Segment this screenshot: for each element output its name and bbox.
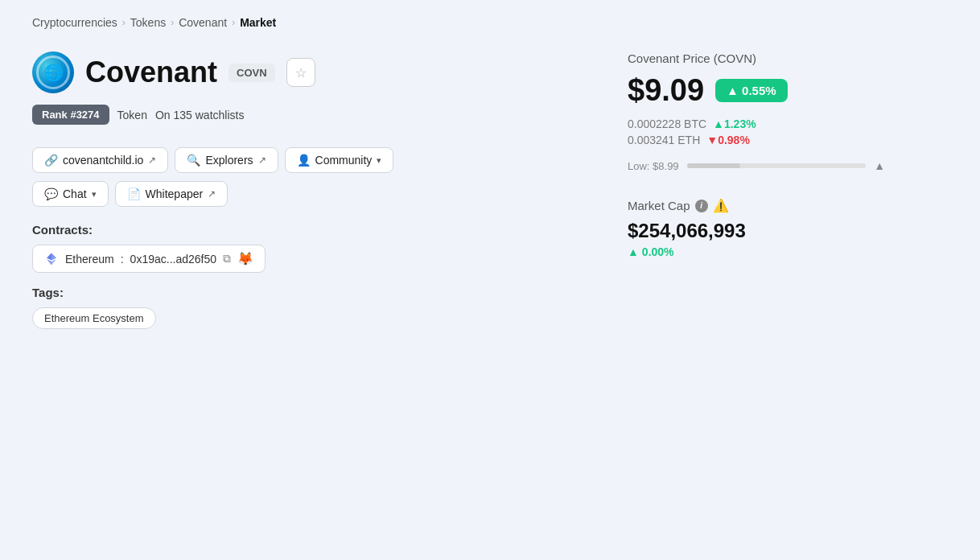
type-badge: Token xyxy=(117,109,147,121)
contract-network: Ethereum xyxy=(65,253,114,266)
breadcrumb-covenant[interactable]: Covenant xyxy=(179,16,227,29)
chat-label: Chat xyxy=(63,187,87,200)
price-label: Covenant Price (COVN) xyxy=(628,51,885,65)
breadcrumb-sep-1: › xyxy=(122,17,126,28)
coin-logo: 🌐 xyxy=(32,51,74,93)
copy-address-button[interactable]: ⧉ xyxy=(223,252,231,266)
breadcrumb-current: Market xyxy=(240,16,276,29)
website-label: covenantchild.io xyxy=(63,154,143,167)
search-icon: 🔍 xyxy=(187,154,200,167)
explorers-link[interactable]: 🔍 Explorers ↗ xyxy=(175,147,278,173)
external-link-icon-2: ↗ xyxy=(258,154,266,166)
btc-change: ▲1.23% xyxy=(713,117,756,130)
links-row-1: 🔗 covenantchild.io ↗ 🔍 Explorers ↗ 👤 Com… xyxy=(32,147,579,173)
breadcrumb-sep-3: › xyxy=(232,17,235,28)
market-cap-label: Market Cap xyxy=(628,199,690,212)
metamask-icon[interactable]: 🦊 xyxy=(237,251,253,266)
chevron-down-icon: ▾ xyxy=(377,155,381,166)
tags-section: Tags: Ethereum Ecosystem xyxy=(32,286,579,329)
market-cap-change-value: 0.00% xyxy=(642,245,674,258)
eth-price-row: 0.003241 ETH ▼0.98% xyxy=(628,134,885,146)
range-arrow-icon: ▲ xyxy=(874,159,885,172)
links-row-2: 💬 Chat ▾ 📄 Whitepaper ↗ xyxy=(32,181,579,207)
right-panel: Covenant Price (COVN) $9.09 ▲ 0.55% 0.00… xyxy=(628,51,885,258)
left-panel: 🌐 Covenant COVN ☆ Rank #3274 Token On 13… xyxy=(32,51,579,329)
btc-price-row: 0.0002228 BTC ▲1.23% xyxy=(628,117,885,130)
coin-symbol: COVN xyxy=(229,64,275,82)
coin-header: 🌐 Covenant COVN ☆ xyxy=(32,51,579,93)
external-link-icon: ↗ xyxy=(148,154,156,166)
chat-icon: 💬 xyxy=(44,187,58,200)
svg-marker-0 xyxy=(51,253,56,260)
star-icon: ☆ xyxy=(295,65,307,80)
external-link-icon-3: ↗ xyxy=(208,188,216,200)
price-range-row: Low: $8.99 ▲ xyxy=(628,159,885,172)
breadcrumb: Cryptocurrencies › Tokens › Covenant › M… xyxy=(32,16,948,29)
community-label: Community xyxy=(315,154,373,167)
eth-change: ▼0.98% xyxy=(706,134,750,146)
market-cap-change: ▲ 0.00% xyxy=(628,245,885,258)
ethereum-logo xyxy=(44,252,59,266)
eth-value: 0.003241 ETH xyxy=(628,134,700,146)
coin-logo-icon: 🌐 xyxy=(43,63,64,82)
breadcrumb-cryptocurrencies[interactable]: Cryptocurrencies xyxy=(32,16,117,29)
document-icon: 📄 xyxy=(127,187,141,200)
svg-marker-1 xyxy=(47,253,51,260)
svg-marker-3 xyxy=(47,259,51,266)
badges-row: Rank #3274 Token On 135 watchlists xyxy=(32,105,579,125)
contract-address: 0x19ac...ad26f50 xyxy=(130,253,216,266)
info-icon[interactable]: i xyxy=(695,200,708,212)
contract-item: Ethereum: 0x19ac...ad26f50 ⧉ 🦊 xyxy=(32,245,266,273)
chevron-down-icon-2: ▾ xyxy=(92,189,97,200)
market-cap-change-arrow: ▲ xyxy=(628,245,639,258)
whitepaper-label: Whitepaper xyxy=(146,187,204,200)
breadcrumb-sep-2: › xyxy=(171,17,174,28)
contracts-label: Contracts: xyxy=(32,223,579,237)
warning-icon: ⚠️ xyxy=(713,198,729,213)
price-range-bar xyxy=(687,163,867,168)
price-value: $9.09 xyxy=(628,73,704,108)
community-icon: 👤 xyxy=(297,154,311,167)
breadcrumb-tokens[interactable]: Tokens xyxy=(130,16,166,29)
coin-name: Covenant xyxy=(85,56,217,89)
watchlist-star-button[interactable]: ☆ xyxy=(286,58,315,87)
market-cap-value: $254,066,993 xyxy=(628,220,885,242)
contracts-section: Contracts: Ethereum: 0x19ac...ad26f50 ⧉ … xyxy=(32,223,579,273)
market-cap-header: Market Cap i ⚠️ xyxy=(628,198,885,213)
btc-eth-row: 0.0002228 BTC ▲1.23% 0.003241 ETH ▼0.98% xyxy=(628,117,885,146)
price-range-fill xyxy=(687,163,741,168)
watchlist-count: On 135 watchlists xyxy=(155,109,245,121)
price-row: $9.09 ▲ 0.55% xyxy=(628,73,885,108)
explorers-label: Explorers xyxy=(205,154,253,167)
website-link[interactable]: 🔗 covenantchild.io ↗ xyxy=(32,147,168,173)
btc-value: 0.0002228 BTC xyxy=(628,117,706,130)
rank-badge: Rank #3274 xyxy=(32,105,109,125)
svg-marker-2 xyxy=(51,259,56,266)
low-price-label: Low: $8.99 xyxy=(628,160,679,172)
whitepaper-link[interactable]: 📄 Whitepaper ↗ xyxy=(115,181,229,207)
price-change-badge: ▲ 0.55% xyxy=(715,79,788,102)
tags-label: Tags: xyxy=(32,286,579,299)
link-icon: 🔗 xyxy=(44,154,58,167)
community-dropdown[interactable]: 👤 Community ▾ xyxy=(285,147,394,173)
chat-dropdown[interactable]: 💬 Chat ▾ xyxy=(32,181,109,207)
tag-ethereum-ecosystem[interactable]: Ethereum Ecosystem xyxy=(32,307,156,329)
market-cap-section: Market Cap i ⚠️ $254,066,993 ▲ 0.00% xyxy=(628,198,885,258)
